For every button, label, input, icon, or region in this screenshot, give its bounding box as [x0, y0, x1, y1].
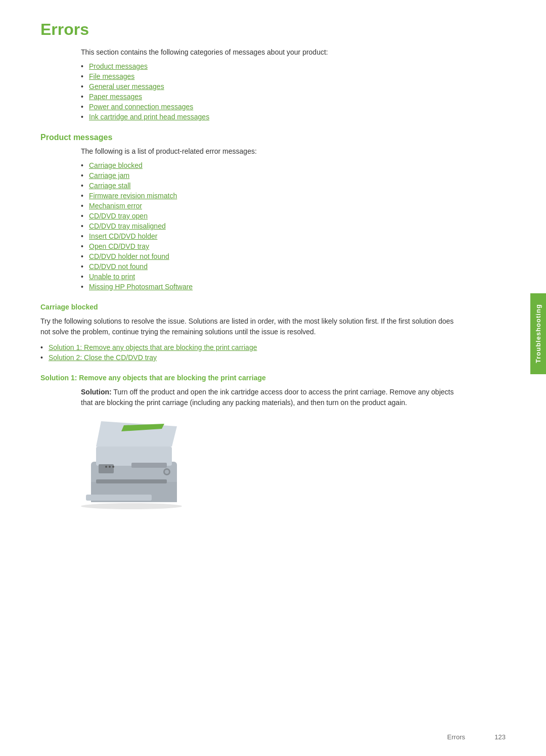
solution1-body: Turn off the product and open the ink ca… [81, 388, 453, 407]
svg-rect-7 [99, 464, 114, 473]
link-cddvd-not-found-holder[interactable]: CD/DVD holder not found [81, 252, 455, 260]
product-messages-intro: The following is a list of product-relat… [81, 147, 455, 155]
carriage-blocked-para: Try the following solutions to resolve t… [40, 316, 455, 337]
carriage-blocked-solutions-list: Solution 1: Remove any objects that are … [40, 343, 455, 362]
toc-item-file[interactable]: File messages [81, 72, 455, 80]
printer-svg [81, 416, 192, 517]
link-carriage-jam[interactable]: Carriage jam [81, 171, 455, 180]
link-missing-software[interactable]: Missing HP Photosmart Software [81, 283, 455, 291]
intro-text: This section contains the following cate… [81, 48, 455, 56]
carriage-blocked-section: Carriage blocked Try the following solut… [40, 303, 455, 362]
solution1-section: Solution 1: Remove any objects that are … [40, 374, 455, 517]
product-messages-section: Product messages The following is a list… [40, 133, 455, 291]
solution1-link[interactable]: Solution 1: Remove any objects that are … [40, 343, 455, 351]
side-tab-wrapper: Troubleshooting [530, 293, 546, 374]
solution1-heading: Solution 1: Remove any objects that are … [40, 374, 455, 382]
link-firmware[interactable]: Firmware revision mismatch [81, 192, 455, 200]
svg-point-9 [109, 466, 111, 468]
carriage-blocked-heading: Carriage blocked [40, 303, 455, 311]
side-tab: Troubleshooting [530, 293, 546, 374]
toc-item-ink[interactable]: Ink cartridge and print head messages [81, 113, 455, 121]
toc-list: Product messages File messages General u… [81, 62, 455, 121]
page-title: Errors [40, 20, 455, 39]
link-insert-cddvd[interactable]: Insert CD/DVD holder [81, 232, 455, 240]
svg-point-13 [165, 470, 169, 474]
toc-item-power[interactable]: Power and connection messages [81, 103, 455, 111]
link-open-cddvd[interactable]: Open CD/DVD tray [81, 242, 455, 250]
svg-point-8 [105, 466, 107, 468]
svg-rect-5 [86, 495, 152, 501]
svg-point-14 [81, 503, 182, 509]
toc-item-product[interactable]: Product messages [81, 62, 455, 70]
link-cddvd-tray-open[interactable]: CD/DVD tray open [81, 212, 455, 220]
solution2-link[interactable]: Solution 2: Close the CD/DVD tray [40, 353, 455, 362]
link-carriage-stall[interactable]: Carriage stall [81, 182, 455, 190]
toc-item-general[interactable]: General user messages [81, 82, 455, 91]
solution-label: Solution: [81, 388, 112, 396]
link-mechanism[interactable]: Mechanism error [81, 202, 455, 210]
svg-rect-11 [131, 463, 167, 468]
footer-page: 123 [494, 733, 506, 741]
footer-label: Errors [447, 733, 465, 741]
product-messages-heading: Product messages [40, 133, 455, 142]
svg-point-10 [112, 466, 114, 468]
printer-illustration [81, 416, 192, 517]
solution1-text: Solution: Turn off the product and open … [81, 387, 455, 408]
link-cddvd-not-found[interactable]: CD/DVD not found [81, 262, 455, 271]
link-unable-to-print[interactable]: Unable to print [81, 273, 455, 281]
link-cddvd-misaligned[interactable]: CD/DVD tray misaligned [81, 222, 455, 230]
toc-item-paper[interactable]: Paper messages [81, 93, 455, 101]
svg-rect-6 [96, 479, 167, 483]
link-carriage-blocked[interactable]: Carriage blocked [81, 161, 455, 169]
product-messages-list: Carriage blocked Carriage jam Carriage s… [81, 161, 455, 291]
